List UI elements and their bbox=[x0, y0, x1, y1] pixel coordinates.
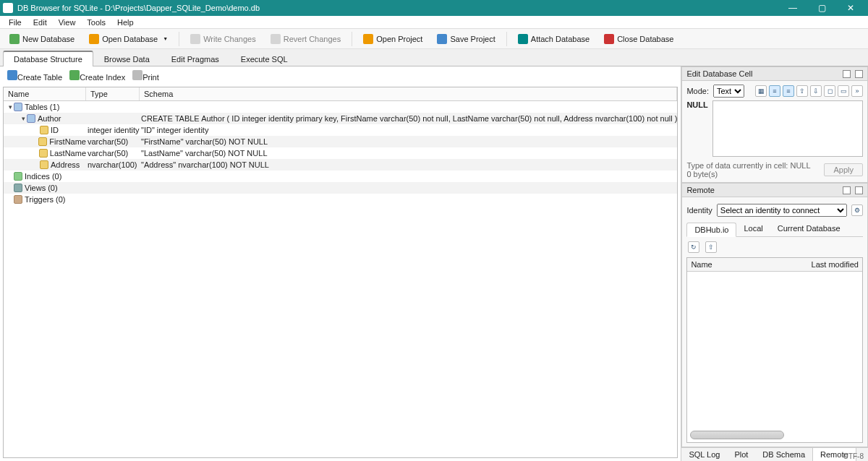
tree-row[interactable]: Indices (0) bbox=[4, 171, 677, 182]
remote-tabs: DBHub.io Local Current Database bbox=[686, 222, 863, 237]
menu-tools[interactable]: Tools bbox=[81, 17, 111, 28]
node-type: varchar(50) bbox=[86, 149, 140, 158]
new-database-button[interactable]: New Database bbox=[4, 31, 80, 47]
apply-button[interactable]: Apply bbox=[824, 163, 863, 176]
new-database-icon bbox=[9, 34, 20, 44]
expand-icon[interactable]: ▾ bbox=[20, 115, 27, 122]
tree-row[interactable]: FirstNamevarchar(50)"FirstName" varchar(… bbox=[4, 136, 677, 147]
save-project-button[interactable]: Save Project bbox=[432, 31, 500, 47]
structure-toolbar: Create Table Create Index Print bbox=[0, 66, 681, 85]
tree-row[interactable]: Views (0) bbox=[4, 182, 677, 194]
statusbar-encoding: UTF-8 bbox=[839, 452, 868, 461]
node-name: FirstName bbox=[49, 137, 86, 146]
remote-col-name[interactable]: Name bbox=[687, 258, 807, 271]
app-icon bbox=[3, 3, 13, 13]
revert-changes-button: Revert Changes bbox=[265, 31, 346, 47]
identity-settings-icon[interactable]: ⚙ bbox=[851, 204, 863, 216]
close-database-button[interactable]: Close Database bbox=[599, 31, 678, 47]
tbl-icon bbox=[14, 103, 22, 111]
tree-row[interactable]: Addressnvarchar(100)"Address" nvarchar(1… bbox=[4, 159, 677, 171]
identity-select[interactable]: Select an identity to connect bbox=[717, 204, 847, 217]
node-name: Triggers (0) bbox=[25, 195, 65, 204]
bottom-tab-schema[interactable]: DB Schema bbox=[755, 448, 812, 461]
tree-row[interactable]: ▾Tables (1) bbox=[4, 101, 677, 113]
tree-row[interactable]: ▾AuthorCREATE TABLE Author ( ID integer … bbox=[4, 113, 677, 124]
more-icon[interactable]: » bbox=[851, 85, 863, 97]
attach-database-button[interactable]: Attach Database bbox=[513, 31, 595, 47]
node-name: ID bbox=[51, 126, 59, 134]
remote-tab-current[interactable]: Current Database bbox=[770, 222, 848, 236]
open-database-button[interactable]: Open Database▼ bbox=[84, 31, 173, 47]
expand-icon[interactable]: ▾ bbox=[7, 103, 14, 111]
maximize-button[interactable]: ▢ bbox=[807, 0, 836, 16]
edit-cell-header: Edit Database Cell bbox=[681, 66, 868, 81]
remote-col-modified[interactable]: Last modified bbox=[808, 258, 862, 271]
node-schema: "FirstName" varchar(50) NOT NULL bbox=[140, 137, 677, 146]
edit-cell-body: Mode: Text ▦ ≡ ≡ ⇪ ⇩ ◻ ▭ » NULL bbox=[681, 81, 868, 183]
chevron-down-icon: ▼ bbox=[163, 36, 168, 41]
node-name: Tables (1) bbox=[25, 103, 59, 111]
tab-edit-pragmas[interactable]: Edit Pragmas bbox=[161, 51, 230, 66]
close-panel-icon[interactable] bbox=[855, 70, 863, 78]
null-icon[interactable]: ◻ bbox=[824, 85, 835, 97]
undock-icon[interactable] bbox=[843, 186, 851, 194]
remote-list-body bbox=[687, 272, 862, 428]
main-toolbar: New Database Open Database▼ Write Change… bbox=[0, 29, 868, 49]
align-left-icon[interactable]: ≡ bbox=[769, 85, 780, 97]
blob-icon[interactable]: ▭ bbox=[838, 85, 849, 97]
create-index-button[interactable]: Create Index bbox=[69, 70, 125, 82]
menu-edit[interactable]: Edit bbox=[27, 17, 53, 28]
remote-body: Identity Select an identity to connect ⚙… bbox=[681, 197, 868, 447]
trg-icon bbox=[14, 195, 22, 204]
import-icon[interactable]: ⇩ bbox=[810, 85, 822, 97]
node-type: integer identity bbox=[86, 126, 140, 134]
node-name: Author bbox=[38, 114, 61, 123]
menu-file[interactable]: File bbox=[3, 17, 27, 28]
separator bbox=[506, 32, 507, 46]
tab-browse-data[interactable]: Browse Data bbox=[93, 51, 161, 66]
tree-row[interactable]: IDinteger identity"ID" integer identity bbox=[4, 124, 677, 136]
print-button[interactable]: Print bbox=[132, 70, 159, 82]
col-header-schema[interactable]: Schema bbox=[140, 87, 677, 100]
node-name: Indices (0) bbox=[25, 172, 61, 181]
menu-view[interactable]: View bbox=[53, 17, 82, 28]
col-header-type[interactable]: Type bbox=[86, 87, 140, 100]
menu-help[interactable]: Help bbox=[111, 17, 140, 28]
left-pane: Create Table Create Index Print Name Typ… bbox=[0, 66, 681, 461]
tree-row[interactable]: LastNamevarchar(50)"LastName" varchar(50… bbox=[4, 147, 677, 159]
export-icon[interactable]: ⇪ bbox=[796, 85, 808, 97]
right-pane: Edit Database Cell Mode: Text ▦ ≡ ≡ ⇪ ⇩ … bbox=[681, 66, 868, 461]
refresh-icon[interactable]: ↻ bbox=[688, 241, 699, 253]
remote-list: Name Last modified bbox=[686, 257, 863, 443]
node-name: LastName bbox=[50, 149, 86, 158]
remote-tab-dbhub[interactable]: DBHub.io bbox=[686, 223, 736, 237]
minimize-button[interactable]: — bbox=[778, 0, 807, 16]
create-table-button[interactable]: Create Table bbox=[7, 70, 62, 82]
node-type: varchar(50) bbox=[86, 137, 140, 146]
close-panel-icon[interactable] bbox=[855, 186, 863, 194]
remote-tab-local[interactable]: Local bbox=[736, 222, 770, 236]
mode-row: Mode: Text ▦ ≡ ≡ ⇪ ⇩ ◻ ▭ » bbox=[686, 85, 863, 98]
main-area: Create Table Create Index Print Name Typ… bbox=[0, 66, 868, 461]
mode-select[interactable]: Text bbox=[713, 85, 744, 98]
undock-icon[interactable] bbox=[843, 70, 851, 78]
close-button[interactable]: ✕ bbox=[836, 0, 865, 16]
open-database-icon bbox=[89, 34, 99, 44]
upload-icon[interactable]: ⇧ bbox=[705, 241, 717, 253]
bottom-tab-sqllog[interactable]: SQL Log bbox=[681, 448, 727, 461]
main-tabs: Database Structure Browse Data Edit Prag… bbox=[0, 49, 868, 66]
identity-label: Identity bbox=[686, 206, 712, 215]
node-type: nvarchar(100) bbox=[86, 160, 140, 169]
tab-database-structure[interactable]: Database Structure bbox=[3, 51, 93, 66]
bottom-tab-plot[interactable]: Plot bbox=[727, 448, 755, 461]
align-right-icon[interactable]: ≡ bbox=[783, 85, 794, 97]
tab-execute-sql[interactable]: Execute SQL bbox=[230, 51, 299, 66]
col-header-name[interactable]: Name bbox=[4, 87, 86, 100]
horizontal-scrollbar[interactable] bbox=[690, 431, 784, 439]
create-index-icon bbox=[69, 70, 80, 80]
node-schema: "Address" nvarchar(100) NOT NULL bbox=[140, 160, 677, 169]
tree-row[interactable]: Triggers (0) bbox=[4, 194, 677, 205]
image-mode-icon[interactable]: ▦ bbox=[755, 85, 767, 97]
cell-editor[interactable] bbox=[712, 100, 863, 157]
open-project-button[interactable]: Open Project bbox=[358, 31, 427, 47]
